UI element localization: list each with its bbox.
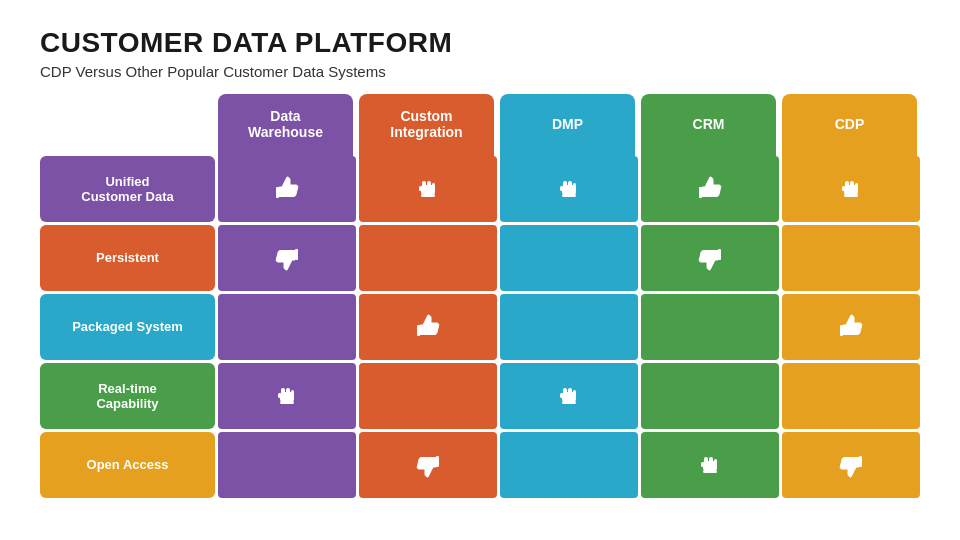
svg-rect-9: [568, 181, 572, 187]
cell-packaged-crm: [641, 294, 779, 360]
svg-rect-36: [436, 456, 439, 467]
thumb-down-icon-2: [692, 240, 728, 276]
cell-openaccess-crm: [641, 432, 779, 498]
cell-realtime-dw: [218, 363, 356, 429]
cell-ucd-cdp: [782, 156, 920, 222]
fist-icon-2: [551, 171, 587, 207]
cell-openaccess-ci: [359, 432, 497, 498]
svg-rect-21: [718, 249, 721, 260]
row-label-ucd: UnifiedCustomer Data: [40, 156, 215, 222]
cell-persistent-crm: [641, 225, 779, 291]
col-header-cdp-label: CDP: [835, 116, 865, 132]
page-title: CUSTOMER DATA PLATFORM: [40, 28, 920, 59]
col-header-ci-label: CustomIntegration: [390, 108, 462, 140]
svg-rect-23: [840, 325, 843, 336]
fist-icon-3: [833, 171, 869, 207]
thumb-down-icon-4: [833, 447, 869, 483]
svg-rect-18: [842, 186, 845, 191]
col-header-crm-label: CRM: [693, 116, 725, 132]
col-header-dw: DataWarehouse: [218, 94, 353, 156]
svg-rect-8: [563, 181, 567, 187]
cell-openaccess-dw: [218, 432, 356, 498]
svg-rect-6: [421, 194, 435, 197]
table-row-ucd: UnifiedCustomer Data: [40, 156, 920, 222]
cell-packaged-ci: [359, 294, 497, 360]
cell-ucd-ci: [359, 156, 497, 222]
thumb-up-icon-2: [692, 171, 728, 207]
table-row-realtime: Real-timeCapability: [40, 363, 920, 429]
cell-packaged-dmp: [500, 294, 638, 360]
table-row-openaccess: Open Access: [40, 432, 920, 498]
row-label-packaged: Packaged System: [40, 294, 215, 360]
cell-persistent-dmp: [500, 225, 638, 291]
cell-realtime-dmp: [500, 363, 638, 429]
svg-rect-31: [563, 388, 567, 394]
svg-rect-41: [701, 462, 704, 467]
col-header-dmp-label: DMP: [552, 116, 583, 132]
svg-rect-0: [276, 187, 279, 198]
cell-packaged-cdp: [782, 294, 920, 360]
cell-realtime-ci: [359, 363, 497, 429]
cell-realtime-crm: [641, 363, 779, 429]
svg-rect-27: [291, 390, 294, 395]
svg-rect-4: [432, 183, 435, 188]
svg-rect-29: [280, 401, 294, 404]
col-header-dw-label: DataWarehouse: [248, 108, 323, 140]
svg-rect-15: [845, 181, 849, 187]
fist-icon-6: [692, 447, 728, 483]
cell-ucd-crm: [641, 156, 779, 222]
svg-rect-39: [709, 457, 713, 463]
cell-openaccess-cdp: [782, 432, 920, 498]
thumb-down-icon: [269, 240, 305, 276]
svg-rect-33: [573, 390, 576, 395]
svg-rect-43: [859, 456, 862, 467]
svg-rect-35: [562, 401, 576, 404]
cell-realtime-cdp: [782, 363, 920, 429]
cell-openaccess-dmp: [500, 432, 638, 498]
svg-rect-42: [703, 470, 717, 473]
fist-icon: [410, 171, 446, 207]
thumb-up-icon: [269, 171, 305, 207]
table-row-packaged: Packaged System: [40, 294, 920, 360]
col-header-crm: CRM: [641, 94, 776, 156]
svg-rect-3: [427, 181, 431, 187]
svg-rect-34: [560, 393, 563, 398]
svg-rect-32: [568, 388, 572, 394]
svg-rect-5: [419, 186, 422, 191]
svg-rect-40: [714, 459, 717, 464]
svg-rect-38: [704, 457, 708, 463]
cell-ucd-dw: [218, 156, 356, 222]
svg-rect-10: [573, 183, 576, 188]
svg-rect-19: [844, 194, 858, 197]
cell-packaged-dw: [218, 294, 356, 360]
svg-rect-16: [850, 181, 854, 187]
row-label-realtime: Real-timeCapability: [40, 363, 215, 429]
col-header-dmp: DMP: [500, 94, 635, 156]
svg-rect-20: [295, 249, 298, 260]
thumb-down-icon-3: [410, 447, 446, 483]
table-row-persistent: Persistent: [40, 225, 920, 291]
cell-ucd-dmp: [500, 156, 638, 222]
svg-rect-13: [699, 187, 702, 198]
table-header-row: DataWarehouse CustomIntegration DMP CRM …: [215, 94, 920, 156]
svg-rect-17: [855, 183, 858, 188]
svg-rect-12: [562, 194, 576, 197]
svg-rect-28: [278, 393, 281, 398]
table-body: UnifiedCustomer Data: [40, 156, 920, 498]
svg-rect-26: [286, 388, 290, 394]
page: CUSTOMER DATA PLATFORM CDP Versus Other …: [0, 0, 960, 540]
svg-rect-22: [417, 325, 420, 336]
row-label-openaccess: Open Access: [40, 432, 215, 498]
col-header-cdp: CDP: [782, 94, 917, 156]
comparison-table: DataWarehouse CustomIntegration DMP CRM …: [40, 94, 920, 498]
cell-persistent-dw: [218, 225, 356, 291]
page-subtitle: CDP Versus Other Popular Customer Data S…: [40, 63, 920, 80]
cell-persistent-ci: [359, 225, 497, 291]
svg-rect-2: [422, 181, 426, 187]
svg-rect-11: [560, 186, 563, 191]
thumb-up-icon-3: [410, 309, 446, 345]
row-label-persistent: Persistent: [40, 225, 215, 291]
col-header-ci: CustomIntegration: [359, 94, 494, 156]
fist-icon-4: [269, 378, 305, 414]
svg-rect-25: [281, 388, 285, 394]
